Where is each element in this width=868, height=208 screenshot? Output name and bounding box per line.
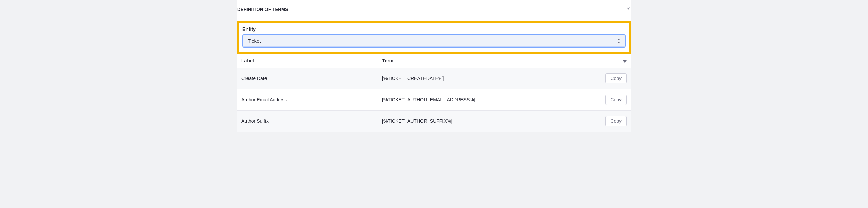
entity-highlight-box: Entity Ticket	[237, 21, 631, 54]
header-actions[interactable]	[596, 58, 627, 64]
row-label: Author Suffix	[241, 118, 382, 124]
copy-button[interactable]: Copy	[605, 95, 627, 105]
row-label: Create Date	[241, 76, 382, 81]
row-term: [%TICKET_AUTHOR_SUFFIX%]	[382, 118, 596, 124]
table-body: Create Date[%TICKET_CREATEDATE%]CopyAuth…	[237, 68, 631, 132]
chevron-down-icon	[626, 6, 631, 12]
caret-down-icon	[623, 58, 627, 64]
table-row: Author Email Address[%TICKET_AUTHOR_EMAI…	[237, 89, 631, 111]
entity-select[interactable]: Ticket	[242, 34, 626, 48]
table-row: Create Date[%TICKET_CREATEDATE%]Copy	[237, 68, 631, 89]
row-action: Copy	[596, 116, 627, 126]
definition-panel: DEFINITION OF TERMS Entity Ticket Label …	[237, 0, 631, 132]
row-action: Copy	[596, 73, 627, 83]
header-term[interactable]: Term	[382, 58, 596, 64]
row-term: [%TICKET_AUTHOR_EMAIL_ADDRESS%]	[382, 97, 596, 102]
entity-label: Entity	[242, 26, 626, 32]
section-header[interactable]: DEFINITION OF TERMS	[237, 6, 631, 16]
table-header-row: Label Term	[237, 55, 631, 68]
copy-button[interactable]: Copy	[605, 116, 627, 126]
row-action: Copy	[596, 95, 627, 105]
copy-button[interactable]: Copy	[605, 73, 627, 83]
entity-select-wrapper: Ticket	[242, 34, 626, 48]
row-label: Author Email Address	[241, 97, 382, 102]
table-row: Author Suffix[%TICKET_AUTHOR_SUFFIX%]Cop…	[237, 111, 631, 132]
section-title: DEFINITION OF TERMS	[237, 7, 288, 12]
row-term: [%TICKET_CREATEDATE%]	[382, 76, 596, 81]
terms-table: Label Term Create Date[%TICKET_CREATEDAT…	[237, 55, 631, 132]
svg-marker-2	[623, 60, 627, 63]
header-label[interactable]: Label	[241, 58, 382, 64]
